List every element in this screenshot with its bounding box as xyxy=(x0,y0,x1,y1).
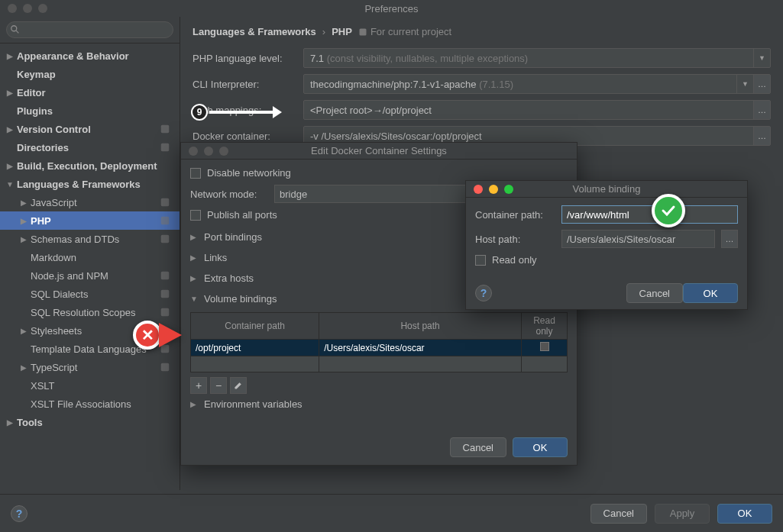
read-only-checkbox[interactable]: Read only xyxy=(475,254,738,266)
sidebar-item-sql-dialects[interactable]: SQL Dialects xyxy=(0,285,180,303)
sidebar-item-appearance-behavior[interactable]: ▶Appearance & Behavior xyxy=(0,47,180,65)
sidebar-item-build-execution-deployment[interactable]: ▶Build, Execution, Deployment xyxy=(0,156,180,175)
disclosure-arrow-icon[interactable]: ▶ xyxy=(3,418,17,427)
php-lang-level-select[interactable]: 7.1 (const visibility, nullables, multip… xyxy=(303,48,771,68)
sidebar-item-label: JavaScript xyxy=(31,197,160,208)
sidebar-item-label: Editor xyxy=(17,87,175,98)
remove-button[interactable]: − xyxy=(210,377,227,394)
sidebar-item-typescript[interactable]: ▶TypeScript xyxy=(0,358,180,376)
sidebar-item-version-control[interactable]: ▶Version Control xyxy=(0,120,180,138)
cancel-button[interactable]: Cancel xyxy=(626,283,683,303)
table-row[interactable]: /opt/project /Users/alexis/Sites/oscar xyxy=(191,340,568,356)
chevron-down-icon[interactable]: ▼ xyxy=(753,49,770,67)
zoom-icon[interactable] xyxy=(38,4,47,13)
disclosure-arrow-icon[interactable]: ▶ xyxy=(3,125,17,134)
disclosure-arrow-icon[interactable]: ▶ xyxy=(3,89,17,97)
search-input[interactable] xyxy=(6,21,173,38)
sidebar-item-label: Markdown xyxy=(31,252,175,263)
sidebar-item-label: Appearance & Behavior xyxy=(17,50,175,62)
col-container-path: Container path xyxy=(191,313,319,340)
path-mappings-field[interactable]: <Project root>→/opt/project … xyxy=(303,100,771,120)
disclosure-arrow-icon[interactable]: ▶ xyxy=(17,198,31,207)
add-button[interactable]: + xyxy=(190,377,207,394)
disclosure-arrow-icon[interactable]: ▶ xyxy=(3,52,17,60)
project-scope-icon xyxy=(160,362,170,372)
sidebar-item-label: Version Control xyxy=(17,124,160,135)
table-row[interactable] xyxy=(191,356,568,372)
sidebar-item-keymap[interactable]: Keymap xyxy=(0,65,180,83)
sidebar-item-plugins[interactable]: Plugins xyxy=(0,102,180,120)
cancel-button[interactable]: Cancel xyxy=(450,437,506,457)
window-title: Preferences xyxy=(364,3,418,15)
sidebar-item-sql-resolution-scopes[interactable]: SQL Resolution Scopes xyxy=(0,303,180,321)
sidebar-item-languages-frameworks[interactable]: ▼Languages & Frameworks xyxy=(0,175,180,193)
disclosure-arrow-icon[interactable]: ▼ xyxy=(3,180,17,189)
settings-tree[interactable]: ▶Appearance & BehaviorKeymap▶EditorPlugi… xyxy=(0,44,180,490)
breadcrumb-parent[interactable]: Languages & Frameworks xyxy=(193,26,316,37)
sidebar-item-tools[interactable]: ▶Tools xyxy=(0,413,180,431)
svg-rect-4 xyxy=(161,198,170,207)
ok-button[interactable]: OK xyxy=(717,504,772,524)
environment-variables-section[interactable]: ▶Environment variables xyxy=(190,394,568,414)
sidebar-item-javascript[interactable]: ▶JavaScript xyxy=(0,193,180,211)
x-icon: ✕ xyxy=(133,321,162,350)
checkbox-icon[interactable] xyxy=(540,342,549,351)
close-icon[interactable] xyxy=(8,4,17,13)
ellipsis-button[interactable]: … xyxy=(753,127,770,145)
minimize-icon[interactable] xyxy=(204,147,213,156)
checkbox-icon[interactable] xyxy=(475,255,486,266)
chevron-down-icon[interactable]: ▼ xyxy=(736,75,753,93)
annotation-success xyxy=(652,194,685,227)
sidebar-item-directories[interactable]: Directories xyxy=(0,138,180,156)
disable-networking-checkbox[interactable]: Disable networking xyxy=(190,167,568,179)
sidebar-item-markdown[interactable]: Markdown xyxy=(0,248,180,266)
cancel-button[interactable]: Cancel xyxy=(590,504,647,524)
ok-button[interactable]: OK xyxy=(683,283,738,303)
sidebar-item-label: Keymap xyxy=(17,69,175,80)
disclosure-arrow-icon[interactable]: ▶ xyxy=(17,217,31,225)
sidebar-item-editor[interactable]: ▶Editor xyxy=(0,83,180,102)
volume-binding-dialog: Volume binding Container path: Host path… xyxy=(465,180,748,310)
disclosure-arrow-icon[interactable]: ▶ xyxy=(17,235,31,243)
browse-button[interactable]: … xyxy=(721,230,738,248)
ellipsis-button[interactable]: … xyxy=(753,101,770,119)
help-button[interactable]: ? xyxy=(11,505,28,522)
cli-interpreter-select[interactable]: thecodingmachine/php:7.1-v1-apache (7.1.… xyxy=(303,74,771,94)
edit-button[interactable] xyxy=(230,377,247,394)
php-lang-level-label: PHP language level: xyxy=(193,53,296,64)
sidebar-item-php[interactable]: ▶PHP xyxy=(0,211,180,230)
preferences-footer: ? Cancel Apply OK xyxy=(0,494,783,532)
checkbox-icon[interactable] xyxy=(190,168,201,179)
sidebar-item-label: SQL Resolution Scopes xyxy=(31,307,160,318)
disclosure-arrow-icon[interactable]: ▶ xyxy=(17,363,31,372)
sidebar-item-schemas-and-dtds[interactable]: ▶Schemas and DTDs xyxy=(0,230,180,248)
sidebar-item-xslt-file-associations[interactable]: XSLT File Associations xyxy=(0,395,180,413)
zoom-icon[interactable] xyxy=(219,147,228,156)
host-path-input[interactable] xyxy=(561,230,715,248)
close-icon[interactable] xyxy=(474,185,483,194)
disclosure-arrow-icon[interactable]: ▶ xyxy=(17,327,31,335)
help-button[interactable]: ? xyxy=(475,285,492,301)
close-icon[interactable] xyxy=(189,147,198,156)
ok-button[interactable]: OK xyxy=(513,437,568,457)
sidebar-item-label: Directories xyxy=(17,142,160,153)
annotation-error: ✕ xyxy=(133,321,182,350)
dialog-title: Volume binding xyxy=(573,183,641,195)
ellipsis-button[interactable]: … xyxy=(753,75,770,93)
volume-bindings-table[interactable]: Container path Host path Read only /opt/… xyxy=(190,312,568,372)
minimize-icon[interactable] xyxy=(489,185,498,194)
minimize-icon[interactable] xyxy=(23,4,32,13)
sidebar-item-xslt[interactable]: XSLT xyxy=(0,376,180,395)
sidebar-item-label: Node.js and NPM xyxy=(31,270,160,282)
check-icon xyxy=(652,194,685,227)
dialog-title: Edit Docker Container Settings xyxy=(311,145,447,156)
sidebar-item-node-js-and-npm[interactable]: Node.js and NPM xyxy=(0,266,180,285)
container-path-input[interactable] xyxy=(561,205,738,224)
checkbox-icon[interactable] xyxy=(190,210,201,221)
sidebar-item-label: Build, Execution, Deployment xyxy=(17,160,175,172)
disclosure-arrow-icon[interactable]: ▶ xyxy=(3,162,17,170)
sidebar-item-label: PHP xyxy=(31,215,160,227)
svg-rect-7 xyxy=(161,272,170,280)
network-mode-label: Network mode: xyxy=(190,189,267,200)
zoom-icon[interactable] xyxy=(504,185,513,194)
